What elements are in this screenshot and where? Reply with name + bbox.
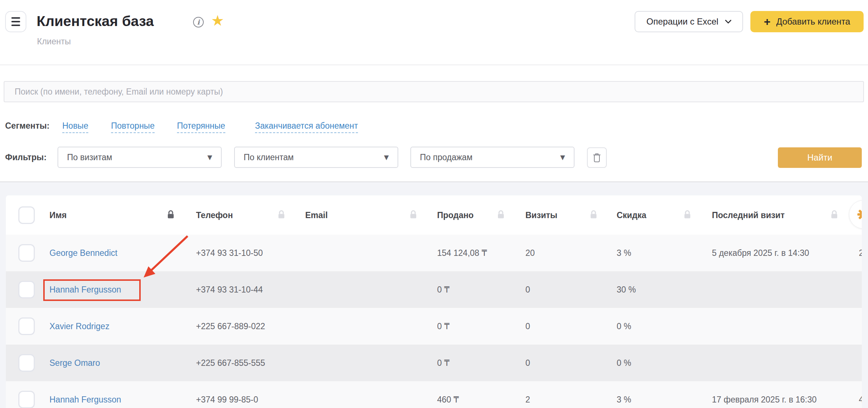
row-checkbox[interactable] [18,244,35,262]
favorite-star-icon[interactable]: ★ [211,12,224,29]
visits-cell: 20 [525,248,535,258]
excel-operations-label: Операции с Excel [646,16,718,27]
sold-cell: 0 ₸ [437,321,450,331]
segment-link-lost[interactable]: Потерянные [177,121,225,133]
client-name-link[interactable]: Xavier Rodrigez [49,321,110,331]
table-row[interactable]: George Bennedict +374 93 31-10-50 154 12… [6,235,862,271]
phone-cell: +225 667-889-022 [196,321,265,331]
row-checkbox[interactable] [18,354,35,372]
add-client-label: Добавить клиента [776,16,850,27]
table-header-row: Имя Телефон Email Продано Визиты Скидка … [6,195,862,235]
find-button-label: Найти [807,152,832,163]
phone-cell: +374 99 99-85-0 [196,395,258,405]
lock-icon-visits-column[interactable] [590,209,598,221]
chevron-down-icon [725,20,731,24]
excel-operations-button[interactable]: Операции с Excel [635,11,743,32]
column-header-discount[interactable]: Скидка [617,210,646,220]
lock-icon-discount-column[interactable] [683,209,691,221]
discount-cell: 0 % [617,358,631,368]
segment-link-expiring[interactable]: Заканчивается абонемент [255,121,358,133]
table-row[interactable]: Hannah Fergusson +374 99 99-85-0 460 ₸ 2… [6,381,862,408]
column-header-last-visit[interactable]: Последний визит [712,210,784,220]
phone-cell: +374 93 31-10-50 [196,248,263,258]
clients-filter-dropdown[interactable]: По клиентам ▼ [234,147,398,168]
visits-cell: 0 [525,321,530,331]
segments-label: Сегменты: [5,121,49,131]
phone-cell: +374 93 31-10-44 [196,285,263,295]
segment-link-new[interactable]: Новые [62,121,88,133]
dropdown-caret-icon: ▼ [207,154,212,161]
visits-cell: 0 [525,285,530,295]
discount-cell: 3 % [617,248,631,258]
table-row[interactable]: Hannah Fergusson +374 93 31-10-44 0 ₸ 0 … [6,271,862,308]
visits-filter-dropdown[interactable]: По визитам ▼ [58,147,222,168]
phone-cell: +225 667-855-555 [196,358,265,368]
row-checkbox[interactable] [18,317,35,335]
add-client-button[interactable]: + Добавить клиента [750,11,864,32]
info-icon[interactable]: i [193,17,204,27]
client-name-link[interactable]: George Bennedict [49,248,117,258]
select-all-checkbox[interactable] [18,206,35,224]
sold-cell: 0 ₸ [437,285,450,295]
breadcrumb: Клиенты [37,37,71,47]
column-header-name[interactable]: Имя [49,210,67,220]
client-name-link[interactable]: Hannah Fergusson [49,395,121,405]
lock-icon-email-column[interactable] [409,209,417,221]
clipped-cell: 4 [859,395,862,405]
discount-cell: 30 % [617,285,636,295]
clipped-cell: 2 [859,248,862,258]
dropdown-caret-icon: ▼ [560,154,565,161]
sold-cell: 460 ₸ [437,395,459,405]
column-header-sold[interactable]: Продано [437,210,474,220]
table-row[interactable]: Xavier Rodrigez +225 667-889-022 0 ₸ 0 0… [6,308,862,345]
sold-cell: 0 ₸ [437,358,450,368]
lock-icon-last-visit-column[interactable] [830,209,838,221]
segment-link-repeat[interactable]: Повторные [111,121,155,133]
clear-filters-button[interactable] [587,147,607,168]
table-row[interactable]: Serge Omaro +225 667-855-555 0 ₸ 0 0 % [6,345,862,381]
row-checkbox[interactable] [18,391,35,408]
gear-icon[interactable] [857,208,862,221]
lock-icon-phone-column[interactable] [277,209,285,221]
clients-table: Имя Телефон Email Продано Визиты Скидка … [6,195,862,408]
discount-cell: 3 % [617,395,631,405]
hamburger-icon [11,17,20,19]
column-header-phone[interactable]: Телефон [196,210,233,220]
row-checkbox[interactable] [18,281,35,298]
filters-label: Фильтры: [5,152,47,162]
visits-cell: 0 [525,358,530,368]
header-divider [0,65,868,65]
search-input[interactable] [4,81,864,102]
menu-button[interactable] [5,11,26,32]
column-header-email[interactable]: Email [305,210,328,220]
client-name-link[interactable]: Serge Omaro [49,358,100,368]
client-name-link[interactable]: Hannah Fergusson [49,285,121,295]
plus-icon: + [764,16,771,27]
lock-icon-name-column[interactable] [167,209,175,221]
clients-filter-value: По клиентам [244,152,294,162]
last-visit-cell: 17 февраля 2025 г. в 16:30 [712,395,817,405]
visits-filter-value: По визитам [67,152,112,162]
visits-cell: 2 [525,395,530,405]
sales-filter-dropdown[interactable]: По продажам ▼ [410,147,575,168]
sales-filter-value: По продажам [420,152,472,162]
sold-cell: 154 124,08 ₸ [437,248,487,258]
page-title: Клиентская база [37,13,154,29]
trash-icon [592,152,601,163]
last-visit-cell: 5 декабря 2025 г. в 14:30 [712,248,809,258]
dropdown-caret-icon: ▼ [384,154,389,161]
lock-icon-sold-column[interactable] [497,209,505,221]
column-header-visits[interactable]: Визиты [525,210,557,220]
find-button[interactable]: Найти [778,147,862,168]
discount-cell: 0 % [617,321,631,331]
